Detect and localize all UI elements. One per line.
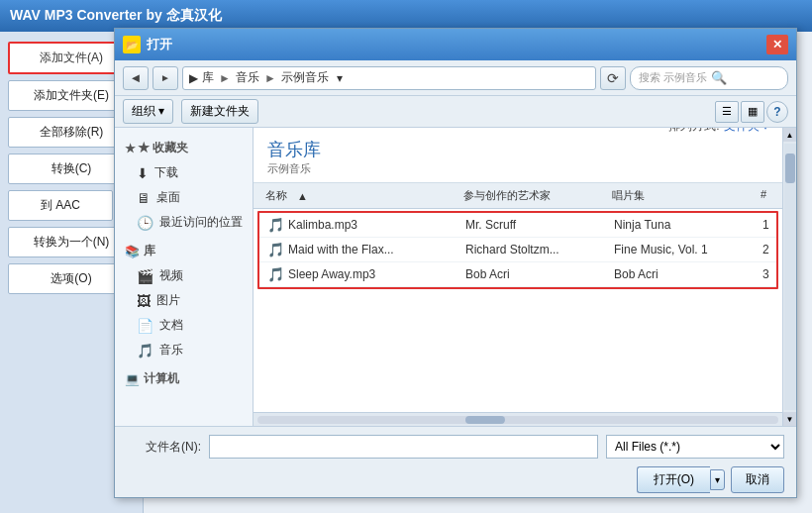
video-icon: 🎬 [137, 268, 153, 284]
download-icon: ⬇ [137, 165, 149, 181]
search-box[interactable]: 搜索 示例音乐 🔍 [630, 66, 788, 90]
nav-item-recent[interactable]: 🕒 最近访问的位置 [115, 210, 253, 235]
computer-icon: 💻 [125, 372, 140, 386]
file-album-sleep: Bob Acri [614, 267, 762, 281]
app-title-text: WAV MP3 Converter by 念真汉化 [10, 7, 222, 25]
filetype-select[interactable]: All Files (*.*) [606, 435, 784, 459]
nav-item-download[interactable]: ⬇ 下载 [115, 160, 253, 185]
recent-icon: 🕒 [137, 215, 153, 231]
library-section: 📚 库 🎬 视频 🖼 图片 📄 文档 [115, 239, 253, 362]
dialog-footer: 文件名(N): All Files (*.*) 打开(O) ▾ 取消 [115, 426, 796, 497]
address-part-3: 示例音乐 [281, 69, 329, 86]
favorites-section: ★ ★ 收藏夹 ⬇ 下载 🖥 桌面 🕒 最 [115, 136, 253, 235]
app-window: WAV MP3 Converter by 念真汉化 添加文件(A) 添加文件夹(… [0, 0, 812, 513]
col-name[interactable]: 名称 ▲ [261, 186, 459, 205]
address-part-1: 库 [202, 69, 214, 86]
open-dialog: 📂 打开 ✕ ◄ ► ▶ 库 ► 音乐 ► 示例音乐 ▾ ⟳ [114, 28, 797, 498]
col-album[interactable]: 唱片集 [608, 186, 757, 205]
vscroll-up-button[interactable]: ▲ [783, 128, 797, 142]
sort-label: 排列方式: [668, 128, 719, 135]
search-placeholder: 搜索 示例音乐 [639, 70, 707, 85]
open-button-group: 打开(O) ▾ [637, 466, 725, 493]
file-row-kalimba[interactable]: 🎵 Kalimba.mp3 Mr. Scruff Ninja Tuna 1 [259, 213, 776, 238]
vscroll-thumb[interactable] [785, 154, 795, 183]
cancel-button[interactable]: 取消 [731, 466, 784, 493]
documents-icon: 📄 [137, 318, 153, 334]
address-part-library: ▶ [189, 71, 198, 85]
forward-button[interactable]: ► [152, 66, 178, 90]
library-subtitle: 示例音乐 [267, 161, 321, 176]
vscroll-track [784, 144, 796, 410]
grid-view-button[interactable]: ▦ [741, 101, 764, 123]
library-sort: 排列方式: 文件夹 ▾ [668, 128, 768, 135]
search-icon: 🔍 [711, 70, 727, 85]
organize-button[interactable]: 组织 ▾ [123, 99, 173, 124]
nav-item-music[interactable]: 🎵 音乐 [115, 338, 253, 362]
dialog-action-toolbar: 组织 ▾ 新建文件夹 ☰ ▦ ? [115, 96, 796, 128]
dialog-nav-panel: ★ ★ 收藏夹 ⬇ 下载 🖥 桌面 🕒 最 [115, 128, 254, 426]
file-row-sleep[interactable]: 🎵 Sleep Away.mp3 Bob Acri Bob Acri 3 [259, 262, 776, 287]
dialog-folder-icon: 📂 [123, 36, 141, 53]
file-track-sleep: 3 [762, 267, 782, 281]
hscroll-thumb[interactable] [465, 416, 505, 424]
address-dropdown[interactable]: ▾ [337, 71, 343, 85]
refresh-button[interactable]: ⟳ [600, 66, 626, 90]
sort-arrow-icon: ▲ [293, 188, 312, 204]
file-name-sleep: 🎵 Sleep Away.mp3 [267, 266, 465, 282]
nav-item-pictures[interactable]: 🖼 图片 [115, 288, 253, 313]
col-artist[interactable]: 参与创作的艺术家 [459, 186, 608, 205]
dialog-body: ★ ★ 收藏夹 ⬇ 下载 🖥 桌面 🕒 最 [115, 128, 796, 426]
pictures-icon: 🖼 [137, 293, 151, 309]
vscrollbar: ▲ ▼ [782, 128, 796, 426]
nav-item-desktop[interactable]: 🖥 桌面 [115, 185, 253, 210]
address-bar[interactable]: ▶ 库 ► 音乐 ► 示例音乐 ▾ [182, 66, 596, 90]
file-track-maid: 2 [762, 243, 782, 256]
file-selection-box: 🎵 Kalimba.mp3 Mr. Scruff Ninja Tuna 1 🎵 [257, 211, 778, 289]
dialog-files-panel: 音乐库 示例音乐 排列方式: 文件夹 ▾ [254, 128, 782, 426]
library-nav-header: 📚 库 [115, 239, 253, 263]
file-row-maid[interactable]: 🎵 Maid with the Flax... Richard Stoltzm.… [259, 238, 776, 262]
nav-item-video[interactable]: 🎬 视频 [115, 263, 253, 288]
dialog-titlebar: 📂 打开 ✕ [115, 29, 796, 60]
file-list-header: 名称 ▲ 参与创作的艺术家 唱片集 # [254, 183, 782, 209]
file-track-kalimba: 1 [762, 218, 782, 232]
audio-file-icon-2: 🎵 [267, 242, 284, 257]
sort-value[interactable]: 文件夹 ▾ [724, 128, 768, 135]
filename-input[interactable] [209, 435, 598, 459]
file-artist-maid: Richard Stoltzm... [465, 243, 614, 256]
address-part-2: 音乐 [236, 69, 259, 86]
vscroll-down-button[interactable]: ▼ [783, 412, 797, 426]
audio-file-icon-1: 🎵 [267, 217, 284, 233]
file-album-kalimba: Ninja Tuna [614, 218, 762, 232]
back-button[interactable]: ◄ [123, 66, 149, 90]
new-folder-button[interactable]: 新建文件夹 [181, 99, 258, 124]
view-buttons: ☰ ▦ ? [715, 101, 788, 123]
help-button[interactable]: ? [766, 101, 788, 123]
filename-row: 文件名(N): All Files (*.*) [127, 435, 784, 459]
music-icon: 🎵 [137, 343, 153, 359]
star-icon: ★ [125, 142, 136, 155]
computer-section: 💻 计算机 [115, 366, 253, 391]
dialog-title: 打开 [147, 36, 761, 53]
app-content: 添加文件(A) 添加文件夹(E) 全部移除(R) 转换(C) 到 AAC ▾ 转… [0, 32, 812, 513]
file-album-maid: Fine Music, Vol. 1 [614, 243, 762, 256]
nav-item-documents[interactable]: 📄 文档 [115, 313, 253, 338]
footer-buttons: 打开(O) ▾ 取消 [127, 466, 784, 493]
dialog-close-button[interactable]: ✕ [766, 35, 788, 54]
file-name-maid: 🎵 Maid with the Flax... [267, 242, 465, 257]
dialog-nav-toolbar: ◄ ► ▶ 库 ► 音乐 ► 示例音乐 ▾ ⟳ 搜索 示例音乐 🔍 [115, 60, 796, 96]
open-button[interactable]: 打开(O) [637, 466, 710, 493]
library-nav-icon: 📚 [125, 245, 140, 258]
file-artist-sleep: Bob Acri [465, 267, 614, 281]
audio-file-icon-3: 🎵 [267, 266, 284, 282]
desktop-icon: 🖥 [137, 190, 151, 206]
list-view-button[interactable]: ☰ [715, 101, 739, 123]
computer-header: 💻 计算机 [115, 366, 253, 391]
hscroll-track [257, 416, 778, 424]
open-dropdown-button[interactable]: ▾ [710, 469, 725, 490]
col-track[interactable]: # [757, 186, 782, 205]
library-header: 音乐库 示例音乐 排列方式: 文件夹 ▾ [254, 128, 782, 183]
hscrollbar[interactable] [254, 412, 782, 426]
file-list: 名称 ▲ 参与创作的艺术家 唱片集 # 🎵 [254, 183, 782, 412]
format-button[interactable]: 到 AAC [8, 190, 113, 221]
